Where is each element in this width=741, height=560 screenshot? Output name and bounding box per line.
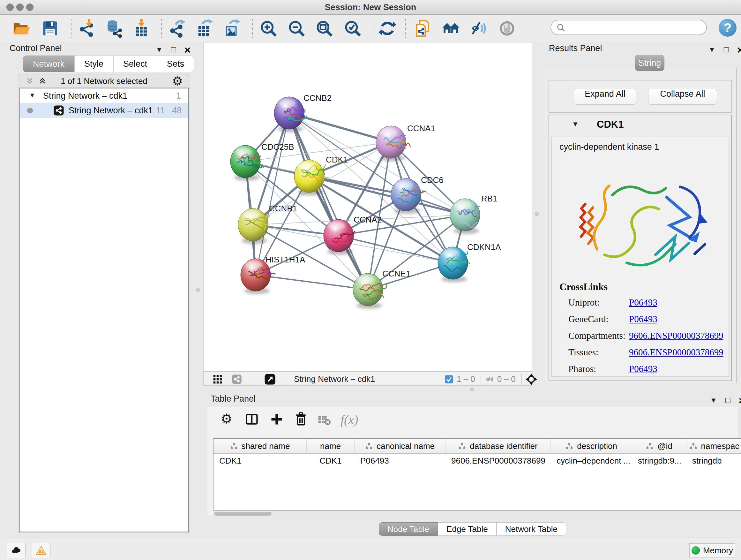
cdk1-caret-icon[interactable]: ▼ <box>572 120 579 128</box>
crosslink-tissues[interactable]: 9606.ENSP00000378699 <box>629 347 724 358</box>
network-node-CDC6[interactable] <box>391 179 426 214</box>
import-table-icon[interactable] <box>132 19 151 38</box>
cell--id[interactable]: stringdb:9... <box>632 454 686 469</box>
add-column-icon[interactable] <box>270 412 284 426</box>
tab-string[interactable]: String <box>635 55 664 71</box>
column-header-name[interactable]: name <box>307 439 354 453</box>
zoom-selected-icon[interactable] <box>343 19 362 38</box>
zoom-fit-icon[interactable] <box>315 19 333 38</box>
network-edge-CCNA2-CDKN1A[interactable] <box>339 236 453 263</box>
node-label-CDC25B: CDC25B <box>261 142 294 152</box>
table-row[interactable]: CDK1CDK1P064939606.ENSP00000378699cyclin… <box>213 454 741 469</box>
birds-eye-view-icon[interactable] <box>264 374 276 385</box>
network-node-RB1[interactable] <box>450 199 480 234</box>
save-session-icon[interactable] <box>41 19 59 38</box>
import-network-icon[interactable] <box>77 19 96 38</box>
crosslink-pharos[interactable]: P06493 <box>629 364 657 374</box>
network-node-CCNB2[interactable] <box>274 97 307 132</box>
column-type-icon <box>565 442 573 450</box>
node-label-HIST1H1A: HIST1H1A <box>266 255 306 264</box>
protein-description: cyclin-dependent kinase 1 <box>559 142 659 152</box>
node-label-CCNB1: CCNB1 <box>269 204 297 213</box>
cell-canonical-name[interactable]: P06493 <box>354 454 446 469</box>
column-type-icon <box>230 442 238 450</box>
network-row[interactable]: String Network – cdk1 11 48 <box>20 103 188 118</box>
maximize-panel-icon[interactable]: □ <box>171 45 176 55</box>
help-button[interactable]: ? <box>719 19 737 37</box>
delete-column-icon[interactable] <box>294 412 308 426</box>
open-session-icon[interactable] <box>12 19 30 38</box>
memory-button[interactable]: Memory <box>689 543 735 557</box>
export-network-icon[interactable] <box>168 19 186 38</box>
close-panel-icon[interactable]: × <box>185 46 191 54</box>
collection-caret-icon[interactable]: ▼ <box>29 91 36 99</box>
column-header-canonical-name[interactable]: canonical name <box>354 439 446 453</box>
bottom-splitter-handle[interactable] <box>470 388 474 391</box>
show-columns-icon[interactable] <box>245 412 259 426</box>
tab-node-table[interactable]: Node Table <box>379 522 438 536</box>
crosslink-uniprot[interactable]: P06493 <box>629 297 657 308</box>
cell-namespac[interactable]: stringdb <box>686 454 741 469</box>
column-header-description[interactable]: description <box>551 439 632 453</box>
collapse-all-button[interactable]: Collapse All <box>648 89 717 105</box>
column-header-shared-name[interactable]: shared name <box>213 439 307 453</box>
column-type-icon <box>458 442 466 450</box>
cloud-status-button[interactable] <box>7 543 25 558</box>
export-table-icon[interactable] <box>195 19 214 38</box>
network-node-CDKN1A[interactable] <box>438 247 469 282</box>
float-results-icon[interactable]: ▼ <box>709 46 716 54</box>
zoom-out-icon[interactable] <box>287 19 306 38</box>
column-header--id[interactable]: @id <box>632 439 686 453</box>
selected-checkbox-icon[interactable] <box>445 375 454 384</box>
tab-sets[interactable]: Sets <box>157 56 194 72</box>
home-networks-icon[interactable] <box>442 19 460 38</box>
maximize-results-icon[interactable]: □ <box>724 45 729 55</box>
float-panel-icon[interactable]: ▼ <box>156 46 163 54</box>
column-header-database-identifier[interactable]: database identifier <box>446 439 551 453</box>
refresh-icon[interactable] <box>378 19 397 38</box>
hide-unhide-icon[interactable] <box>470 19 488 38</box>
column-header-namespac[interactable]: namespac <box>686 439 741 453</box>
network-options-gear-icon[interactable]: ⚙ <box>172 75 183 87</box>
scrollbar-thumb[interactable] <box>214 512 272 516</box>
export-image-icon[interactable] <box>223 19 241 38</box>
tab-select[interactable]: Select <box>113 56 157 72</box>
crosslink-genecard[interactable]: P06493 <box>629 314 657 324</box>
tab-style[interactable]: Style <box>74 56 113 72</box>
right-splitter-handle[interactable] <box>535 212 539 216</box>
clone-network-icon[interactable] <box>413 19 432 38</box>
hidden-counts: 0 – 0 <box>497 374 516 384</box>
cell-description[interactable]: cyclin–dependent ... <box>551 454 632 469</box>
close-table-icon[interactable]: × <box>739 396 741 405</box>
float-table-icon[interactable]: ▼ <box>710 396 717 405</box>
cell-name[interactable]: CDK1 <box>307 454 354 469</box>
tab-network-table[interactable]: Network Table <box>496 522 566 536</box>
network-collection-row[interactable]: ▼ String Network – cdk1 1 <box>20 88 188 103</box>
table-horizontal-scrollbar[interactable] <box>213 511 741 516</box>
import-database-icon[interactable] <box>105 19 123 38</box>
warning-status-button[interactable] <box>32 543 51 558</box>
cell-database-identifier[interactable]: 9606.ENSP00000378699 <box>446 454 551 469</box>
show-graphics-icon[interactable] <box>498 19 516 38</box>
close-results-icon[interactable]: × <box>737 46 741 54</box>
network-edge-CCNB2-HIST1H1A[interactable] <box>256 113 289 275</box>
collection-count: 1 <box>176 91 181 101</box>
zoom-in-icon[interactable] <box>259 19 278 38</box>
cell-shared-name[interactable]: CDK1 <box>213 454 307 469</box>
search-input[interactable] <box>550 20 707 35</box>
node-label-CDC6: CDC6 <box>421 175 444 185</box>
left-splitter-handle[interactable] <box>196 288 200 292</box>
network-edge-HIST1H1A-CCNE1[interactable] <box>256 275 368 290</box>
grid-view-icon[interactable] <box>212 374 223 384</box>
cdk1-section-header[interactable]: ▼ CDK1 <box>549 115 731 136</box>
table-options-gear-icon[interactable]: ⚙ <box>220 412 232 426</box>
network-view-icon[interactable] <box>232 374 242 384</box>
node-label-CCNB2: CCNB2 <box>304 93 332 103</box>
tab-edge-table[interactable]: Edge Table <box>438 522 496 536</box>
fit-selected-icon[interactable] <box>525 373 537 385</box>
tab-network[interactable]: Network <box>23 56 74 72</box>
maximize-table-icon[interactable]: □ <box>725 395 731 405</box>
crosslink-compartments[interactable]: 9606.ENSP00000378699 <box>629 330 724 341</box>
expand-all-button[interactable]: Expand All <box>574 89 636 105</box>
network-canvas[interactable]: CCNB2CCNA1CDC25BCDK1CDC6RB1CCNB1CCNA2CDK… <box>203 42 532 372</box>
